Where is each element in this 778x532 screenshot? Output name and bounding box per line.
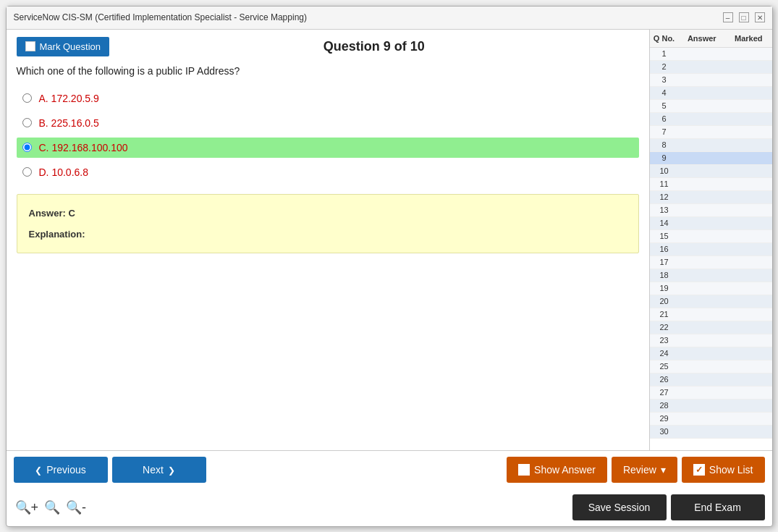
sidebar-row[interactable]: 21 [650,308,772,321]
sidebar-cell-num: 16 [650,243,679,256]
sidebar-cell-answer [679,308,726,321]
title-bar: ServiceNow CIS-SM (Certified Implementat… [7,7,772,30]
question-title: Question 9 of 10 [109,39,638,54]
previous-button[interactable]: Previous [14,457,108,483]
restore-button[interactable]: □ [739,12,749,22]
sidebar-cell-num: 14 [650,217,679,229]
sidebar-row[interactable]: 30 [650,426,772,439]
sidebar-row[interactable]: 5 [650,100,772,113]
sidebar-row[interactable]: 22 [650,321,772,334]
sidebar-row[interactable]: 25 [650,360,772,373]
sidebar-row[interactable]: 3 [650,74,772,87]
sidebar-row[interactable]: 4 [650,87,772,100]
sidebar-cell-marked [725,74,772,86]
sidebar-cell-answer [679,282,726,295]
sidebar-cell-marked [725,243,772,256]
sidebar-row[interactable]: 20 [650,295,772,308]
sidebar-cell-num: 19 [650,282,679,295]
mark-question-label: Mark Question [40,41,101,52]
end-exam-button[interactable]: End Exam [671,494,765,520]
sidebar-cell-answer [679,269,726,282]
sidebar-row[interactable]: 14 [650,217,772,230]
review-dropdown-icon: ▾ [661,464,666,476]
save-session-button[interactable]: Save Session [572,494,667,520]
show-answer-button[interactable]: Show Answer [507,457,607,483]
zoom-out-button[interactable]: 🔍- [64,498,88,517]
show-answer-icon [518,464,530,476]
next-button[interactable]: Next [112,457,206,483]
sidebar-row[interactable]: 8 [650,139,772,152]
sidebar-row[interactable]: 24 [650,347,772,360]
sidebar-cell-num: 26 [650,373,679,386]
sidebar-row[interactable]: 18 [650,269,772,282]
sidebar-cell-num: 5 [650,100,679,112]
sidebar-header-marked: Marked [725,33,772,44]
sidebar-cell-marked [725,256,772,269]
sidebar-cell-num: 4 [650,87,679,99]
sidebar-row[interactable]: 15 [650,230,772,243]
sidebar-row[interactable]: 29 [650,413,772,426]
sidebar-row[interactable]: 28 [650,400,772,413]
sidebar-cell-answer [679,191,726,203]
sidebar-cell-answer [679,413,726,425]
sidebar-cell-marked [725,230,772,242]
radio-d[interactable] [22,167,32,177]
sidebar-list[interactable]: 1 2 3 4 5 6 7 8 9 10 11 [650,48,772,450]
option-c[interactable]: C. 192.168.100.100 [17,138,639,158]
sidebar-cell-answer [679,373,726,386]
sidebar-row[interactable]: 19 [650,282,772,295]
sidebar-cell-marked [725,152,772,164]
option-d[interactable]: D. 10.0.6.8 [17,162,639,182]
sidebar-row[interactable]: 6 [650,113,772,126]
chevron-right-icon [168,464,175,476]
sidebar-cell-answer [679,74,726,86]
sidebar-row[interactable]: 17 [650,256,772,269]
minimize-button[interactable]: – [723,12,733,22]
sidebar-cell-answer [679,48,726,60]
sidebar-cell-num: 13 [650,204,679,216]
main-panel: Mark Question Question 9 of 10 Which one… [7,30,649,450]
sidebar-row[interactable]: 11 [650,178,772,191]
mark-question-button[interactable]: Mark Question [17,37,110,56]
sidebar-cell-answer [679,204,726,216]
sidebar-cell-num: 30 [650,426,679,438]
radio-c[interactable] [22,143,32,152]
sidebar-header: Q No. Answer Marked [650,30,772,48]
mark-checkbox-icon [25,41,35,51]
sidebar-cell-num: 29 [650,413,679,425]
sidebar-row[interactable]: 27 [650,387,772,400]
close-button[interactable]: ✕ [755,12,765,22]
option-b[interactable]: B. 225.16.0.5 [17,113,639,133]
sidebar-cell-answer [679,334,726,347]
sidebar-cell-marked [725,178,772,190]
option-a[interactable]: A. 172.20.5.9 [17,88,639,109]
sidebar-row[interactable]: 2 [650,61,772,74]
sidebar-row[interactable]: 26 [650,373,772,387]
previous-label: Previous [46,464,85,476]
sidebar-cell-num: 21 [650,308,679,321]
show-list-button[interactable]: ✓ Show List [682,457,765,483]
review-button[interactable]: Review ▾ [612,457,677,483]
sidebar-row[interactable]: 9 [650,152,772,165]
sidebar-cell-num: 25 [650,360,679,373]
radio-a[interactable] [22,93,32,103]
sidebar-cell-marked [725,373,772,386]
sidebar-row[interactable]: 10 [650,165,772,178]
sidebar-row[interactable]: 23 [650,334,772,347]
sidebar-cell-answer [679,217,726,229]
sidebar-row[interactable]: 12 [650,191,772,204]
sidebar-row[interactable]: 7 [650,126,772,139]
sidebar-row[interactable]: 16 [650,243,772,256]
nav-row: Previous Next Show Answer Review ▾ ✓ Sho… [7,451,772,489]
zoom-in-button[interactable]: 🔍+ [14,498,41,517]
sidebar-cell-num: 10 [650,165,679,177]
sidebar-row[interactable]: 1 [650,48,772,61]
sidebar-cell-marked [725,282,772,295]
answer-text: Answer: C [29,205,627,221]
sidebar-row[interactable]: 13 [650,204,772,217]
zoom-reset-button[interactable]: 🔍 [43,498,62,517]
sidebar-cell-num: 22 [650,321,679,334]
sidebar-cell-marked [725,321,772,334]
sidebar-cell-answer [679,360,726,373]
radio-b[interactable] [22,118,32,127]
